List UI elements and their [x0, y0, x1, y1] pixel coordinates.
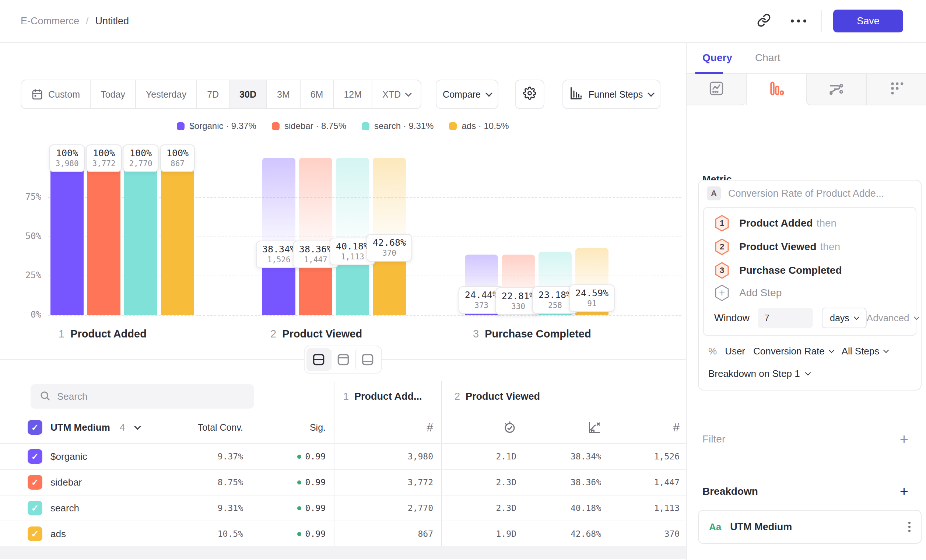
total-conv-column-header[interactable]: Total Conv.	[181, 422, 251, 433]
layout-split-button[interactable]	[306, 348, 331, 371]
table-row-organic[interactable]: ✓$organic9.37%0.993,9802.1D38.34%1,526	[0, 444, 686, 470]
table-row-sidebar[interactable]: ✓sidebar8.75%0.993,7722.3D38.36%1,447	[0, 470, 686, 495]
date-range-30d[interactable]: 30D	[229, 80, 266, 108]
query-step-3[interactable]: 3Purchase Completed	[704, 259, 916, 282]
chevron-down-icon[interactable]	[135, 423, 141, 430]
active-tab-underline	[695, 72, 723, 74]
funnel-bar-ads-step1[interactable]	[161, 158, 194, 315]
row-checkbox[interactable]: ✓	[28, 501, 42, 515]
share-link-button[interactable]	[752, 9, 776, 33]
breakdown-on-step-select[interactable]: Breakdown on Step 1	[699, 357, 921, 390]
add-breakdown-button[interactable]: +	[900, 484, 908, 499]
total-conv-value: 8.75%	[181, 477, 251, 487]
search-input[interactable]	[57, 391, 245, 402]
legend-item-ads[interactable]: ads · 10.5%	[449, 121, 509, 131]
report-type-insights-tab[interactable]	[687, 74, 746, 105]
row-checkbox[interactable]: ✓	[28, 527, 42, 541]
chevron-down-icon	[805, 370, 811, 376]
advanced-toggle[interactable]: Advanced	[867, 312, 918, 324]
date-range-yesterday[interactable]: Yesterday	[135, 80, 196, 108]
add-step-button[interactable]: + Add Step	[704, 282, 916, 304]
more-menu-button[interactable]	[787, 9, 810, 33]
date-range-label: 6M	[310, 89, 324, 100]
legend-item-search[interactable]: search · 9.31%	[362, 121, 434, 131]
add-step-hexagon-icon: +	[714, 285, 730, 301]
legend-item-organic[interactable]: $organic · 9.37%	[177, 121, 256, 131]
metric-title-row[interactable]: A Conversion Rate of Product Adde...	[699, 180, 921, 202]
table-step2-header[interactable]: 2Product Viewed	[441, 381, 686, 412]
visualization-picker-button[interactable]: Funnel Steps	[563, 80, 660, 109]
panel-tabs: Query Chart	[687, 43, 926, 74]
window-unit-select[interactable]: days	[822, 308, 867, 328]
date-range-12m[interactable]: 12M	[333, 80, 372, 108]
date-range-7d[interactable]: 7D	[196, 80, 229, 108]
funnel-bar-organic-step1[interactable]	[50, 158, 83, 315]
query-step-2[interactable]: 2Product Viewedthen	[704, 235, 916, 259]
advanced-label: Advanced	[867, 312, 909, 324]
funnel-bar-search-step1[interactable]	[124, 158, 157, 315]
layout-table-only-button[interactable]	[355, 348, 380, 371]
table-row-ads[interactable]: ✓ads10.5%0.998671.9D42.68%370	[0, 521, 686, 547]
breakdown-column-header[interactable]: UTM Medium	[50, 422, 110, 433]
legend-item-sidebar[interactable]: sidebar · 8.75%	[272, 121, 346, 131]
total-conv-value: 10.5%	[181, 529, 251, 539]
layout-chart-only-button[interactable]	[331, 348, 355, 371]
row-checkbox[interactable]: ✓	[28, 475, 42, 490]
chart-settings-button[interactable]	[515, 80, 545, 109]
measurement-row: % User Conversion Rate All Steps	[699, 336, 921, 357]
save-button[interactable]: Save	[833, 9, 903, 32]
chart-legend: $organic · 9.37%sidebar · 8.75%search · …	[0, 121, 686, 131]
table-scrollbar-track[interactable]	[0, 547, 686, 559]
conversion-metric-icon[interactable]	[516, 421, 601, 434]
top-view-icon	[337, 353, 350, 366]
metric-title: Conversion Rate of Product Adde...	[728, 188, 884, 199]
funnel-steps-icon	[569, 86, 583, 102]
report-type-funnels-tab[interactable]	[746, 74, 806, 105]
step-then-label: then	[820, 241, 841, 252]
compare-button[interactable]: Compare	[436, 80, 498, 109]
kebab-menu-icon[interactable]	[908, 522, 911, 532]
legend-swatch	[177, 122, 185, 130]
measurement-select[interactable]: Conversion Rate	[753, 345, 834, 357]
row-checkbox[interactable]: ✓	[28, 449, 42, 464]
bottom-view-icon	[361, 353, 374, 366]
query-step-1[interactable]: 1Product Addedthen	[704, 212, 916, 235]
measurement-label: Conversion Rate	[753, 345, 825, 357]
funnel-steps-card: 1Product Addedthen 2Product Viewedthen 3…	[703, 207, 917, 336]
date-range-today[interactable]: Today	[90, 80, 135, 108]
row-label: sidebar	[50, 477, 82, 488]
count-metric-icon[interactable]: #	[601, 421, 686, 434]
metric-badge: A	[707, 186, 721, 200]
table-step1-header[interactable]: 1Product Add...	[334, 381, 441, 412]
report-type-flows-tab[interactable]	[806, 74, 866, 105]
report-type-retention-tab[interactable]	[866, 74, 926, 105]
date-range-xtd[interactable]: XTD	[372, 80, 421, 108]
counting-method[interactable]: User	[725, 345, 745, 357]
breakdown-property-card[interactable]: Aa UTM Medium	[698, 510, 921, 544]
date-range-custom[interactable]: Custom	[21, 80, 90, 108]
compare-label: Compare	[443, 89, 481, 100]
select-all-checkbox[interactable]: ✓	[28, 420, 42, 435]
sig-column-header[interactable]: Sig.	[310, 422, 325, 433]
avg-time-metric-icon[interactable]	[442, 421, 516, 434]
breadcrumb-report-title[interactable]: Untitled	[95, 15, 129, 27]
date-range-3m[interactable]: 3M	[266, 80, 300, 108]
step-number-hexagon-icon: 3	[714, 262, 730, 279]
legend-label: $organic · 9.37%	[189, 121, 256, 131]
window-value-input[interactable]	[758, 308, 813, 328]
tab-chart[interactable]: Chart	[755, 52, 780, 64]
steps-scope-select[interactable]: All Steps	[842, 345, 888, 357]
filter-heading: Filter	[702, 433, 725, 445]
total-conv-value: 9.37%	[181, 452, 251, 461]
search-field[interactable]	[30, 384, 254, 409]
add-filter-button[interactable]: +	[900, 432, 908, 446]
table-row-search[interactable]: ✓search9.31%0.992,7702.3D40.18%1,113	[0, 495, 686, 521]
chevron-down-icon	[405, 90, 412, 97]
tab-query[interactable]: Query	[702, 52, 732, 64]
funnel-bar-sidebar-step1[interactable]	[87, 158, 120, 315]
y-axis-tick: 50%	[0, 231, 41, 241]
date-range-6m[interactable]: 6M	[300, 80, 333, 108]
count-metric-icon[interactable]: #	[427, 421, 433, 434]
chevron-down-icon	[828, 347, 834, 353]
breadcrumb-project[interactable]: E-Commerce	[21, 15, 79, 27]
